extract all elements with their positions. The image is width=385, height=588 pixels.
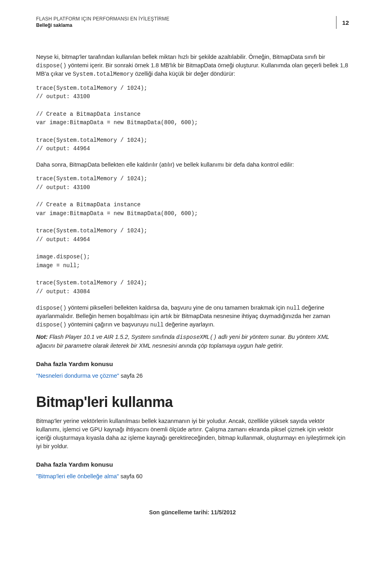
link-freeze-unfreeze[interactable]: "Nesneleri dondurma ve çözme" <box>36 373 119 379</box>
vertical-divider <box>336 16 336 29</box>
content: Neyse ki, bitmap'ler tarafından kullanıl… <box>36 53 349 481</box>
page-number: 12 <box>342 19 349 26</box>
para3-f: yöntemini çağırın ve başvuruyu <box>67 321 150 328</box>
doc-title: FLASH PLATFORM IÇIN PERFORMANSI EN İYİLE… <box>36 16 334 22</box>
section-title: Belleği saklama <box>36 22 334 28</box>
code-block-2: trace(System.totalMemory / 1024); // out… <box>36 175 349 296</box>
para1-tail: özelliği daha küçük bir değer döndürür: <box>134 70 235 77</box>
more-help1-tail: sayfa 26 <box>119 373 143 379</box>
para3-code-dispose2: dispose() <box>36 322 67 328</box>
para3-code-dispose: dispose() <box>36 305 67 311</box>
para1-code-dispose: dispose() <box>36 62 67 69</box>
more-help-heading-1: Daha fazla Yardım konusu <box>36 360 349 368</box>
paragraph-3: dispose() yöntemi pikselleri bellekten k… <box>36 304 349 329</box>
para3-code-null: null <box>286 305 300 311</box>
para3-b: yöntemi pikselleri bellekten kaldırsa da… <box>67 304 287 311</box>
last-updated: Son güncelleme tarihi: 11/5/2012 <box>149 509 236 516</box>
more-help2-tail: sayfa 60 <box>119 473 143 479</box>
page-number-zone: 12 <box>334 16 349 29</box>
note-label: Not: <box>36 334 48 340</box>
paragraph-4: Bitmap'ler yerine vektörlerin kullanılma… <box>36 417 349 451</box>
para1-code-totalmemory: System.totalMemory <box>73 71 133 77</box>
header-left: FLASH PLATFORM IÇIN PERFORMANSI EN İYİLE… <box>36 16 334 28</box>
heading-bitmaps: Bitmap'leri kullanma <box>36 394 349 411</box>
paragraph-1: Neyse ki, bitmap'ler tarafından kullanıl… <box>36 53 349 79</box>
para3-code-null2: null <box>150 322 164 328</box>
note-a: Flash Player 10.1 ve AIR 1.5.2, System s… <box>49 334 176 340</box>
more-help-link-row-1: "Nesneleri dondurma ve çözme" sayfa 26 <box>36 372 349 380</box>
note-paragraph: Not: Flash Player 10.1 ve AIR 1.5.2, Sys… <box>36 333 349 350</box>
page-header: FLASH PLATFORM IÇIN PERFORMANSI EN İYİLE… <box>36 16 349 29</box>
more-help-link-row-2: "Bitmap'leri elle önbelleğe alma" sayfa … <box>36 472 349 481</box>
note-code: disposeXML() <box>176 334 217 340</box>
para1-pre: Neyse ki, bitmap'ler tarafından kullanıl… <box>36 54 325 60</box>
link-bitmap-caching[interactable]: "Bitmap'leri elle önbelleğe alma" <box>36 473 119 479</box>
para3-h: değerine ayarlayın. <box>164 321 215 328</box>
page-footer: Son güncelleme tarihi: 11/5/2012 <box>36 509 349 516</box>
code-block-1: trace(System.totalMemory / 1024); // out… <box>36 84 349 154</box>
paragraph-2: Daha sonra, BitmapData bellekten elle ka… <box>36 161 349 169</box>
more-help-heading-2: Daha fazla Yardım konusu <box>36 461 349 468</box>
